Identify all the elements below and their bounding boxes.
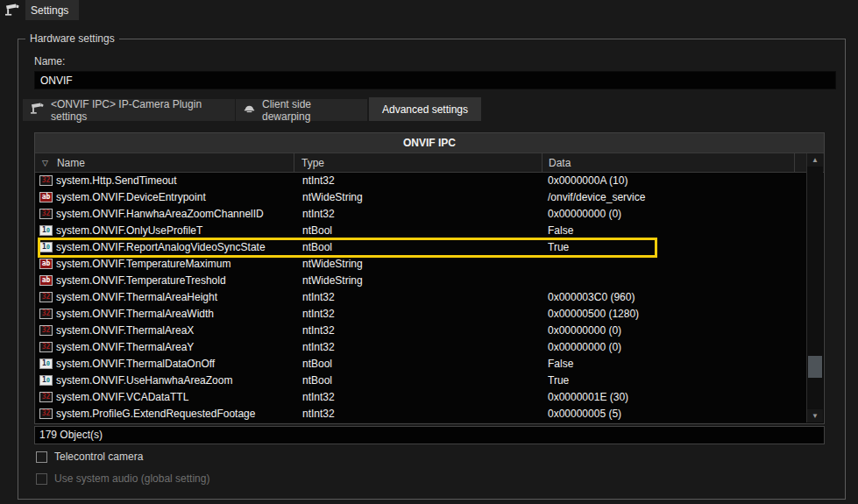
row-type: ntBool: [302, 223, 332, 239]
vertical-scrollbar[interactable]: ▲ ▼: [806, 153, 823, 422]
table-header-row: ▽ Name Type Data: [35, 153, 824, 173]
checkbox-label: Use system audio (global setting): [54, 472, 209, 485]
row-data: True: [548, 373, 569, 389]
int32-type-icon: 32: [39, 209, 53, 219]
tab-client-side-dewarping[interactable]: Client side dewarping: [236, 99, 367, 121]
table-title: ONVIF IPC: [35, 133, 824, 153]
row-data: /onvif/device_service: [548, 189, 645, 206]
name-label: Name:: [34, 55, 65, 67]
table-row[interactable]: 10 system.ONVIF.ReportAnalogVideoSyncSta…: [36, 239, 823, 256]
int32-type-icon: 32: [39, 292, 53, 302]
table-row[interactable]: 32 system.ONVIF.VCADataTTL ntInt32 0x000…: [36, 389, 823, 406]
row-name: system.ONVIF.OnlyUseProfileT: [56, 223, 202, 239]
checkbox-icon[interactable]: [36, 451, 47, 463]
camera-icon: [30, 103, 45, 117]
row-name: system.ONVIF.ThermalDataOnOff: [56, 356, 215, 373]
bool-type-icon: 10: [39, 358, 53, 369]
column-header-type[interactable]: Type: [294, 153, 542, 172]
row-type: ntInt32: [302, 406, 335, 422]
column-header-data[interactable]: Data: [542, 153, 795, 172]
int32-type-icon: 32: [39, 342, 53, 352]
tab-settings[interactable]: Settings: [25, 0, 79, 20]
row-type: ntInt32: [302, 306, 335, 323]
row-data: 0x000003C0 (960): [548, 289, 635, 306]
row-data: 0x00000005 (5): [548, 406, 621, 422]
row-data: False: [548, 223, 573, 239]
table-row[interactable]: ab system.ONVIF.TemperatureTreshold ntWi…: [36, 273, 823, 289]
row-name: system.ONVIF.ThermalAreaX: [56, 323, 194, 339]
int32-type-icon: 32: [39, 175, 53, 186]
row-type: ntInt32: [302, 389, 335, 406]
group-label: Hardware settings: [25, 32, 119, 45]
row-name: system.ONVIF.TemperatureTreshold: [56, 273, 226, 289]
column-label: Type: [301, 157, 324, 169]
onvif-properties-table: ONVIF IPC ▽ Name Type Data 32 system.Htt…: [34, 132, 825, 424]
hardware-settings-group: Hardware settings Name: <ONVIF IPC> IP-C…: [18, 39, 846, 500]
row-data: 0x00000000 (0): [548, 206, 621, 223]
row-type: ntWideString: [302, 189, 363, 206]
object-count-status: 179 Object(s): [34, 426, 825, 444]
dome-camera-icon: [243, 103, 256, 117]
string-type-icon: ab: [39, 259, 53, 269]
row-type: ntInt32: [302, 339, 335, 356]
row-name: system.ONVIF.HanwhaAreaZoomChannelID: [56, 206, 264, 223]
string-type-icon: ab: [39, 275, 53, 286]
row-name: system.ONVIF.ThermalAreaWidth: [56, 306, 214, 323]
table-row[interactable]: ab system.ONVIF.DeviceEntrypoint ntWideS…: [36, 189, 823, 206]
tab-ip-camera-plugin-settings[interactable]: <ONVIF IPC> IP-Camera Plugin settings: [23, 99, 236, 121]
int32-type-icon: 32: [39, 408, 53, 419]
row-name: system.Http.SendTimeout: [56, 173, 177, 189]
scroll-up-icon[interactable]: ▲: [807, 153, 823, 167]
scroll-down-icon[interactable]: ▼: [807, 409, 823, 422]
row-name: system.ONVIF.ThermalAreaY: [56, 339, 194, 356]
row-type: ntBool: [302, 373, 332, 389]
column-label: Data: [549, 157, 571, 169]
bool-type-icon: 10: [39, 375, 53, 386]
row-data: True: [548, 239, 569, 256]
sort-filter-icon[interactable]: ▽: [42, 159, 48, 167]
row-name: system.ONVIF.ReportAnalogVideoSyncState: [56, 239, 266, 256]
table-row[interactable]: 32 system.ONVIF.ThermalAreaWidth ntInt32…: [36, 306, 823, 323]
window-tab-bar: Settings: [0, 0, 79, 20]
camera-name-input[interactable]: [34, 71, 836, 89]
table-row[interactable]: 10 system.ONVIF.ThermalDataOnOff ntBool …: [36, 356, 823, 373]
row-data: 0x0000000A (10): [548, 173, 628, 189]
row-name: system.ONVIF.VCADataTTL: [56, 389, 188, 406]
tab-label: Advanced settings: [382, 103, 468, 116]
string-type-icon: ab: [39, 192, 53, 202]
checkbox-label: Telecontrol camera: [54, 451, 143, 463]
column-header-name[interactable]: ▽ Name: [35, 153, 294, 172]
row-data: 0x0000001E (30): [548, 389, 628, 406]
row-type: ntWideString: [302, 256, 363, 273]
settings-tab-label: Settings: [31, 4, 68, 17]
row-data: 0x00000500 (1280): [548, 306, 639, 323]
table-row[interactable]: 32 system.ONVIF.ThermalAreaY ntInt32 0x0…: [36, 339, 823, 356]
table-row[interactable]: 10 system.ONVIF.OnlyUseProfileT ntBool F…: [36, 223, 823, 239]
tab-advanced-settings[interactable]: Advanced settings: [369, 97, 481, 121]
row-name: system.ONVIF.TemperatureMaximum: [56, 256, 230, 273]
bool-type-icon: 10: [39, 225, 53, 236]
checkbox-icon: [36, 473, 47, 485]
use-system-audio-checkbox: Use system audio (global setting): [36, 472, 209, 485]
table-row[interactable]: 32 system.ProfileG.ExtendRequestedFootag…: [36, 406, 823, 422]
int32-type-icon: 32: [39, 392, 53, 402]
row-type: ntInt32: [302, 206, 335, 223]
telecontrol-camera-checkbox[interactable]: Telecontrol camera: [36, 451, 143, 463]
row-type: ntWideString: [302, 273, 363, 289]
table-row[interactable]: 32 system.Http.SendTimeout ntInt32 0x000…: [36, 173, 823, 189]
row-name: system.ONVIF.DeviceEntrypoint: [56, 189, 206, 206]
table-body: 32 system.Http.SendTimeout ntInt32 0x000…: [36, 173, 823, 422]
table-row[interactable]: 32 system.ONVIF.HanwhaAreaZoomChannelID …: [36, 206, 823, 223]
table-row[interactable]: 32 system.ONVIF.ThermalAreaX ntInt32 0x0…: [36, 323, 823, 339]
scrollbar-thumb[interactable]: [808, 356, 822, 378]
row-data: 0x00000000 (0): [548, 339, 621, 356]
table-row[interactable]: 10 system.ONVIF.UseHanwhaAreaZoom ntBool…: [36, 373, 823, 389]
row-type: ntBool: [302, 356, 332, 373]
row-name: system.ONVIF.ThermalAreaHeight: [56, 289, 217, 306]
row-data: False: [548, 356, 573, 373]
int32-type-icon: 32: [39, 325, 53, 336]
table-row[interactable]: ab system.ONVIF.TemperatureMaximum ntWid…: [36, 256, 823, 273]
table-row[interactable]: 32 system.ONVIF.ThermalAreaHeight ntInt3…: [36, 289, 823, 306]
row-type: ntInt32: [302, 323, 335, 339]
column-header-stub: [795, 153, 807, 172]
